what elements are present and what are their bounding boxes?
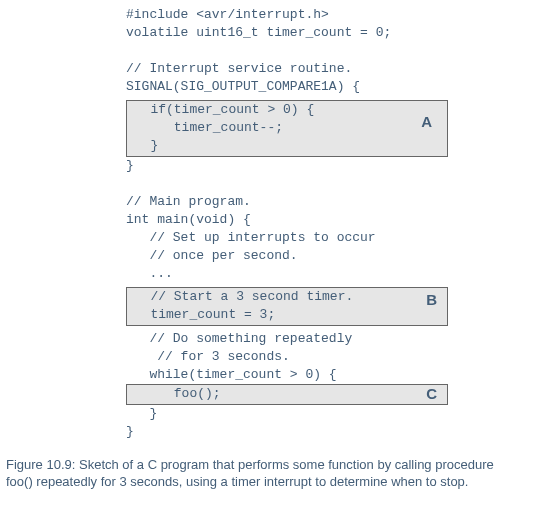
code-line: SIGNAL(SIG_OUTPUT_COMPARE1A) { (6, 78, 546, 96)
code-line: // Do something repeatedly (6, 330, 546, 348)
code-line: if(timer_count > 0) { (127, 102, 314, 117)
code-line: int main(void) { (6, 211, 546, 229)
code-line: while(timer_count > 0) { (6, 366, 546, 384)
code-line: timer_count--; (127, 120, 283, 135)
code-line: // Main program. (6, 193, 546, 211)
code-line: // Start a 3 second timer. (127, 289, 353, 304)
code-line: } (6, 157, 546, 175)
code-blank (6, 42, 546, 60)
code-line: // Interrupt service routine. (6, 60, 546, 78)
code-line: foo(); (127, 386, 221, 401)
code-line: } (127, 138, 158, 153)
code-line: } (6, 405, 546, 423)
box-b-label: B (426, 291, 437, 309)
code-line: volatile uint16_t timer_count = 0; (6, 24, 546, 42)
figure-caption: Figure 10.9: Sketch of a C program that … (6, 456, 516, 490)
box-c-label: C (426, 385, 437, 403)
code-line: timer_count = 3; (127, 307, 275, 322)
box-b: B // Start a 3 second timer. timer_count… (126, 287, 448, 326)
code-line: } (6, 423, 546, 441)
box-c: C foo(); (126, 384, 448, 405)
code-blank (6, 175, 546, 193)
code-line: ... (6, 265, 546, 283)
box-a: A if(timer_count > 0) { timer_count--; } (126, 100, 448, 157)
code-line: // for 3 seconds. (6, 348, 546, 366)
code-line: #include <avr/interrupt.h> (6, 6, 546, 24)
box-a-label: A (421, 113, 432, 131)
code-line: // Set up interrupts to occur (6, 229, 546, 247)
code-line: // once per second. (6, 247, 546, 265)
code-block: #include <avr/interrupt.h> volatile uint… (6, 6, 546, 441)
